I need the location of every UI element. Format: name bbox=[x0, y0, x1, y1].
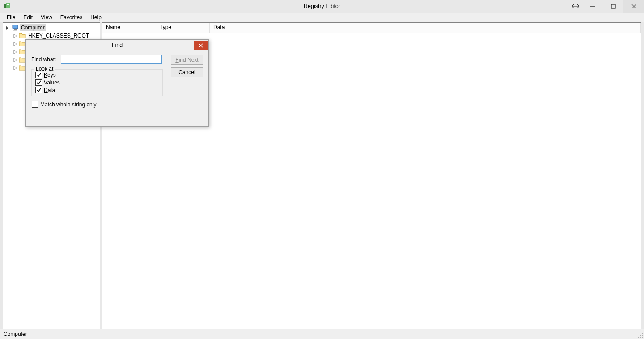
look-at-legend: Look at bbox=[34, 66, 55, 72]
find-what-input[interactable] bbox=[61, 55, 162, 64]
svg-point-17 bbox=[642, 337, 643, 338]
data-checkbox[interactable] bbox=[35, 87, 42, 93]
resize-grip-icon[interactable] bbox=[637, 332, 643, 338]
svg-marker-8 bbox=[14, 42, 17, 46]
tree-node-label: HKEY_CLASSES_ROOT bbox=[27, 32, 90, 39]
svg-point-14 bbox=[642, 335, 643, 336]
menu-favorites[interactable]: Favorites bbox=[56, 13, 86, 22]
menu-view[interactable]: View bbox=[37, 13, 56, 22]
find-next-button[interactable]: Find Next bbox=[171, 55, 203, 65]
match-whole-label: Match whole string only bbox=[40, 101, 96, 108]
menu-edit[interactable]: Edit bbox=[19, 13, 37, 22]
keys-checkbox[interactable] bbox=[35, 71, 42, 78]
expander-icon[interactable] bbox=[12, 49, 18, 55]
match-whole-checkbox[interactable] bbox=[32, 101, 38, 108]
svg-marker-7 bbox=[14, 34, 17, 38]
tree-node-hkcr[interactable]: HKEY_CLASSES_ROOT bbox=[10, 32, 100, 40]
titlebar: Registry Editor bbox=[0, 0, 644, 13]
svg-marker-9 bbox=[14, 50, 17, 54]
maximize-button[interactable] bbox=[603, 0, 623, 13]
expander-icon[interactable] bbox=[12, 33, 18, 39]
svg-point-15 bbox=[638, 337, 639, 338]
folder-icon bbox=[19, 32, 26, 39]
values-checkbox-row[interactable]: Values bbox=[32, 78, 162, 86]
values-label: Values bbox=[44, 80, 60, 86]
svg-point-13 bbox=[640, 335, 641, 336]
dialog-titlebar[interactable]: Find bbox=[26, 40, 208, 50]
tree-node-label: Computer bbox=[20, 24, 46, 31]
svg-marker-11 bbox=[14, 66, 17, 70]
app-icon bbox=[4, 3, 11, 10]
list-header: Name Type Data bbox=[102, 23, 641, 33]
cancel-button[interactable]: Cancel bbox=[171, 67, 203, 77]
status-path: Computer bbox=[4, 331, 27, 337]
find-dialog: Find Find what: Find Next Cancel Look at… bbox=[25, 39, 209, 127]
svg-rect-5 bbox=[14, 29, 17, 30]
folder-icon bbox=[19, 64, 26, 71]
minimize-button[interactable] bbox=[582, 0, 603, 13]
svg-marker-3 bbox=[6, 26, 9, 29]
svg-point-16 bbox=[640, 337, 641, 338]
values-checkbox[interactable] bbox=[35, 79, 42, 86]
tree-node-computer[interactable]: Computer bbox=[3, 24, 100, 32]
menu-help[interactable]: Help bbox=[86, 13, 106, 22]
window-close-button[interactable] bbox=[623, 0, 644, 13]
look-at-group: Look at Keys Values Data bbox=[31, 69, 163, 96]
svg-rect-4 bbox=[13, 25, 18, 29]
expander-icon[interactable] bbox=[5, 25, 11, 31]
column-header-data[interactable]: Data bbox=[210, 23, 641, 33]
expander-icon[interactable] bbox=[12, 41, 18, 47]
match-whole-row[interactable]: Match whole string only bbox=[31, 101, 203, 108]
svg-rect-2 bbox=[611, 4, 615, 8]
data-label: Data bbox=[44, 87, 55, 93]
data-checkbox-row[interactable]: Data bbox=[32, 86, 162, 93]
statusbar: Computer bbox=[0, 329, 644, 339]
resize-horizontal-icon[interactable] bbox=[569, 0, 582, 13]
dialog-title: Find bbox=[26, 42, 208, 48]
svg-marker-10 bbox=[14, 58, 17, 62]
find-what-label: Find what: bbox=[31, 56, 61, 63]
folder-icon bbox=[19, 48, 26, 55]
column-header-name[interactable]: Name bbox=[102, 23, 156, 33]
computer-icon bbox=[12, 24, 19, 31]
menubar: File Edit View Favorites Help bbox=[0, 13, 644, 22]
svg-point-12 bbox=[642, 333, 643, 334]
window-title: Registry Editor bbox=[0, 3, 644, 9]
folder-icon bbox=[19, 40, 26, 47]
folder-icon bbox=[19, 56, 26, 63]
expander-icon[interactable] bbox=[12, 65, 18, 71]
keys-label: Keys bbox=[44, 72, 56, 78]
svg-rect-6 bbox=[13, 30, 17, 31]
column-header-type[interactable]: Type bbox=[156, 23, 210, 33]
expander-icon[interactable] bbox=[12, 57, 18, 63]
menu-file[interactable]: File bbox=[3, 13, 19, 22]
